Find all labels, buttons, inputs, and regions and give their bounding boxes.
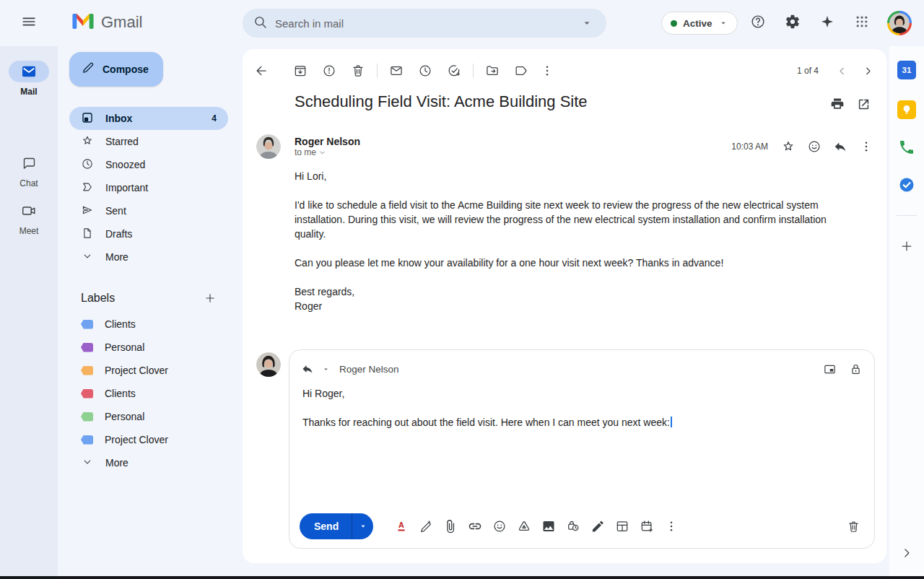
compose-button[interactable]: Compose (69, 52, 163, 87)
insert-signature-button[interactable] (585, 514, 610, 539)
chat-status-selector[interactable]: Active (661, 12, 738, 35)
sidebar-item-sent[interactable]: Sent (69, 199, 228, 222)
emoji-reaction-button[interactable] (801, 134, 827, 160)
sidebar-item-starred[interactable]: Starred (69, 130, 228, 153)
archive-button[interactable] (287, 58, 313, 84)
chevron-down-icon[interactable] (321, 365, 331, 374)
label-name: Project Clover (105, 434, 168, 445)
send-button[interactable]: Send (300, 513, 352, 539)
settings-button[interactable] (780, 10, 806, 36)
help-button[interactable] (745, 10, 771, 36)
insert-from-drive-button[interactable] (512, 514, 536, 539)
back-button[interactable] (248, 58, 274, 84)
star-button[interactable] (775, 134, 801, 160)
sidebar-item-snoozed[interactable]: Snoozed (69, 153, 228, 176)
email-body: Hi Lori, I'd like to schedule a field vi… (295, 169, 847, 313)
move-to-button[interactable] (479, 58, 505, 84)
show-side-panel-button[interactable] (894, 541, 919, 565)
body-paragraph: Roger (295, 299, 847, 313)
top-bar: Gmail Active (0, 0, 924, 46)
thread-view: 1 of 4 Scheduling Field Visit: Acme Buil… (243, 49, 886, 563)
clock-icon (418, 64, 432, 78)
encryption-button[interactable] (842, 356, 868, 382)
calendar-panel-button[interactable]: 31 (894, 58, 919, 82)
google-apps-button[interactable] (849, 10, 875, 36)
report-spam-button[interactable] (316, 58, 342, 84)
rail-item-chat[interactable]: Chat (0, 152, 58, 188)
label-item[interactable]: Project Clover (69, 359, 228, 382)
label-item[interactable]: Clients (69, 382, 228, 405)
gemini-button[interactable] (814, 10, 840, 36)
drive-icon (517, 519, 531, 534)
hamburger-icon (21, 14, 37, 32)
insert-emoji-button[interactable] (487, 514, 512, 539)
sidebar-item-inbox[interactable]: Inbox 4 (69, 107, 228, 130)
search-options-button[interactable] (576, 12, 598, 34)
meet-icon (9, 200, 49, 222)
formatting-options-button[interactable]: A (389, 514, 414, 539)
divider (897, 215, 917, 216)
attach-file-button[interactable] (438, 514, 463, 539)
rail-label-chat: Chat (19, 178, 38, 188)
tasks-icon (898, 176, 915, 196)
message-actions: 10:03 AM (731, 134, 879, 160)
tasks-panel-button[interactable] (894, 174, 919, 199)
label-item[interactable]: Personal (69, 405, 228, 428)
labels-button[interactable] (508, 58, 534, 84)
reply-type-button[interactable] (297, 358, 318, 380)
add-to-tasks-button[interactable] (441, 58, 467, 84)
propose-meeting-time-button[interactable] (635, 514, 659, 539)
recipient-toggle[interactable]: to me (295, 147, 360, 157)
reply-recipient[interactable]: Roger Nelson (339, 364, 399, 375)
pop-out-reply-button[interactable] (816, 356, 842, 382)
sender-avatar[interactable] (256, 134, 281, 159)
label-item[interactable]: Clients (69, 313, 228, 336)
label-item[interactable]: Project Clover (69, 428, 228, 451)
get-addons-button[interactable] (894, 234, 919, 258)
voice-panel-button[interactable] (894, 136, 919, 161)
sidebar-item-important[interactable]: Important (69, 176, 228, 199)
body-paragraph: I'd like to schedule a field visit to th… (295, 198, 847, 241)
older-button[interactable] (855, 58, 881, 84)
image-icon (541, 519, 556, 534)
insert-link-button[interactable] (463, 514, 487, 539)
help-me-write-button[interactable] (414, 514, 438, 539)
message-more-button[interactable] (853, 134, 879, 160)
main-menu-button[interactable] (12, 6, 46, 40)
thread-pagination: 1 of 4 (797, 66, 819, 76)
open-in-new-button[interactable] (850, 91, 876, 117)
mark-unread-button[interactable] (383, 58, 409, 84)
keep-panel-button[interactable] (894, 97, 919, 122)
reply-compose-box: Roger Nelson Hi Roger, Thanks for reachi… (289, 349, 875, 549)
sidebar-item-more[interactable]: More (69, 245, 228, 269)
create-label-button[interactable] (199, 287, 221, 309)
snooze-button[interactable] (412, 58, 438, 84)
layouts-button[interactable] (610, 514, 635, 539)
label-item[interactable]: Personal (69, 336, 228, 359)
account-avatar[interactable] (887, 11, 912, 35)
send-options-button[interactable] (352, 513, 373, 539)
reply-button[interactable] (827, 134, 853, 160)
gmail-logo[interactable]: Gmail (71, 11, 142, 34)
confidential-mode-button[interactable] (561, 514, 585, 539)
chevron-right-icon (862, 65, 874, 77)
compose-more-button[interactable] (659, 514, 684, 539)
rail-item-meet[interactable]: Meet (0, 200, 58, 236)
search-input[interactable] (275, 17, 576, 30)
reply-draft-text[interactable]: Hi Roger, Thanks for reaching out about … (302, 386, 858, 444)
labels-more[interactable]: More (69, 451, 228, 474)
sidebar-item-label: Important (105, 182, 148, 193)
insert-photo-button[interactable] (536, 514, 561, 539)
smiley-icon (492, 519, 507, 534)
chevron-down-icon (81, 250, 94, 265)
more-options-button[interactable] (534, 58, 560, 84)
search-bar[interactable] (243, 9, 606, 38)
rail-item-mail[interactable]: Mail (0, 61, 58, 97)
delete-button[interactable] (345, 58, 371, 84)
newer-button[interactable] (829, 58, 855, 84)
print-button[interactable] (824, 91, 850, 117)
sidebar-item-drafts[interactable]: Drafts (69, 222, 228, 245)
apps-grid-icon (855, 14, 869, 32)
discard-draft-button[interactable] (841, 514, 866, 539)
chevron-down-icon (358, 521, 368, 531)
